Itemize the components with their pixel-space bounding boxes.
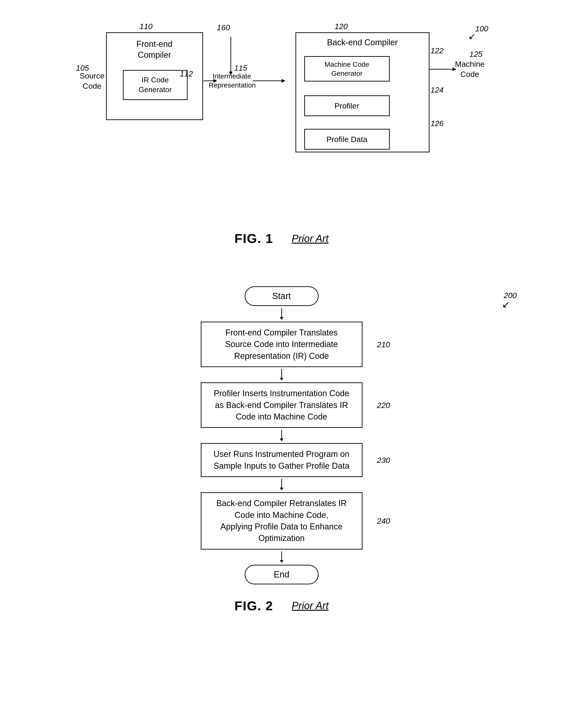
step-230-row: User Runs Instrumented Program on Sample… bbox=[178, 443, 386, 477]
fig1-section: Source Code 105 Front-end Compiler IR Co… bbox=[28, 18, 535, 272]
ref-105: 105 bbox=[76, 63, 89, 72]
ref-160: 160 bbox=[217, 23, 230, 32]
svg-marker-23 bbox=[280, 560, 284, 563]
step-220-box: Profiler Inserts Instrumentation Code as… bbox=[201, 382, 363, 428]
arrow-220-to-230 bbox=[178, 430, 386, 441]
ref-210: 210 bbox=[377, 340, 390, 349]
end-capsule: End bbox=[245, 565, 319, 584]
page: Source Code 105 Front-end Compiler IR Co… bbox=[0, 0, 563, 728]
fig1-prior-art: Prior Art bbox=[292, 233, 329, 244]
ref-125: 125 bbox=[469, 50, 483, 59]
ref-115: 115 bbox=[234, 63, 247, 72]
svg-marker-5 bbox=[282, 79, 285, 83]
fig2-label-area: FIG. 2 Prior Art bbox=[28, 598, 535, 613]
start-capsule: Start bbox=[245, 286, 319, 306]
machine-code-gen-box: Machine Code Generator bbox=[304, 56, 390, 82]
svg-marker-15 bbox=[280, 317, 284, 320]
step-240-row: Back-end Compiler Retranslates IR Code i… bbox=[178, 492, 386, 550]
ref-120: 120 bbox=[335, 22, 348, 31]
fig2-section: 200 ↙ Start Front-end Compiler Translat bbox=[28, 286, 535, 613]
step-220-row: Profiler Inserts Instrumentation Code as… bbox=[178, 382, 386, 428]
machine-code-label: Machine Code bbox=[455, 59, 485, 79]
backend-compiler-box: Back-end Compiler Machine Code Generator… bbox=[296, 32, 430, 152]
step-210-box: Front-end Compiler Translates Source Cod… bbox=[201, 322, 363, 367]
ir-code-generator-box: IR Code Generator bbox=[123, 70, 187, 100]
fig1-label-area: FIG. 1 Prior Art bbox=[28, 231, 535, 246]
fig2-flowchart: Start Front-end Compiler Translates Sour… bbox=[178, 286, 386, 584]
ref-200-arrow: ↙ bbox=[502, 299, 510, 310]
fig2-title: FIG. 2 bbox=[234, 598, 273, 613]
ref-126: 126 bbox=[431, 119, 444, 128]
svg-marker-19 bbox=[280, 438, 284, 441]
svg-marker-17 bbox=[280, 378, 284, 381]
ref-112: 112 bbox=[180, 69, 193, 78]
fig1-diagram: Source Code 105 Front-end Compiler IR Co… bbox=[74, 18, 490, 226]
profiler-box: Profiler bbox=[304, 95, 390, 116]
ref-230: 230 bbox=[377, 456, 390, 465]
svg-marker-21 bbox=[280, 488, 284, 490]
ref-240: 240 bbox=[377, 516, 390, 525]
step-210-row: Front-end Compiler Translates Source Cod… bbox=[178, 322, 386, 367]
start-row: Start bbox=[178, 286, 386, 306]
ref-122: 122 bbox=[431, 46, 444, 55]
ref-200: 200 bbox=[504, 291, 517, 300]
step-230-box: User Runs Instrumented Program on Sample… bbox=[201, 443, 363, 477]
fig1-title: FIG. 1 bbox=[234, 231, 273, 246]
ref-220: 220 bbox=[377, 401, 390, 410]
arrow-230-to-240 bbox=[178, 479, 386, 490]
arrow-210-to-220 bbox=[178, 369, 386, 381]
end-row: End bbox=[178, 565, 386, 584]
ref-110: 110 bbox=[139, 22, 153, 31]
ref-100-arrow: ↙ bbox=[468, 31, 476, 41]
arrow-240-to-end bbox=[178, 551, 386, 563]
arrow-start-to-210 bbox=[178, 308, 386, 320]
backend-compiler-label: Back-end Compiler bbox=[296, 37, 429, 48]
fig2-prior-art: Prior Art bbox=[292, 600, 329, 611]
ref-100: 100 bbox=[475, 24, 488, 33]
profile-data-box: Profile Data bbox=[304, 129, 390, 150]
ref-124: 124 bbox=[431, 85, 444, 94]
source-code-label: Source Code bbox=[78, 72, 106, 90]
ir-label: Intermediate Representation bbox=[209, 72, 255, 90]
step-240-box: Back-end Compiler Retranslates IR Code i… bbox=[201, 492, 363, 550]
